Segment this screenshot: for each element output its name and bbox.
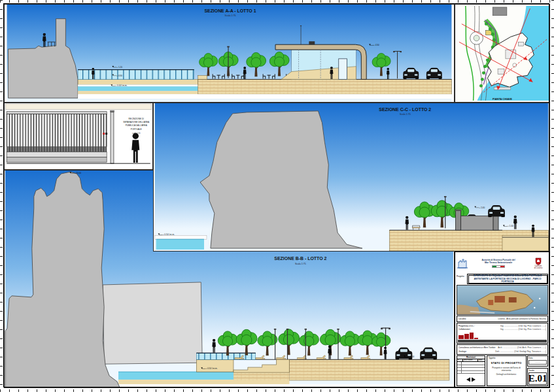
sheet-frame <box>3 3 549 387</box>
drawing-sheet: + 20.00 + 0.50 l.m.m. <box>0 0 554 392</box>
ruler-ticks-bottom <box>0 389 554 392</box>
ruler-ticks-right <box>551 0 554 392</box>
ruler-ticks-top <box>0 0 554 3</box>
ruler-ticks-left <box>0 0 3 392</box>
